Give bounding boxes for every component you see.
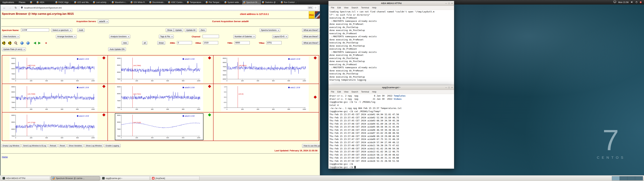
terminal-menu-help[interactable]: Help xyxy=(371,6,378,9)
tags-fits-select[interactable]: Tags & Fits xyxy=(159,35,174,38)
y-min-input[interactable] xyxy=(234,41,250,44)
zero-button[interactable]: Zero xyxy=(199,28,206,32)
status-diamond-red[interactable] xyxy=(102,56,105,59)
send-log-window-to-elog-button[interactable]: Send Log Window to ELog xyxy=(22,144,48,147)
terminal-menu-edit[interactable]: Edit xyxy=(336,6,342,9)
layout-select[interactable]: Layout ID=5 xyxy=(272,35,288,38)
firefox-launcher[interactable] xyxy=(28,0,34,4)
all-button[interactable]: all xyxy=(142,41,147,45)
terminal-output[interactable]: loading Spectrum.tcl > can not find chan… xyxy=(328,10,454,88)
show-variables-button[interactable]: Show Variables xyxy=(67,144,84,147)
status-diamond-green[interactable] xyxy=(208,113,211,116)
show-log-window-button[interactable]: Show Log Window xyxy=(84,144,103,147)
close-x-icon[interactable] xyxy=(44,41,48,45)
panel-window-plot-temperatu[interactable]: Plot Temperatu... xyxy=(204,0,224,4)
sphere-icon[interactable] xyxy=(20,41,24,45)
zoom-indicator[interactable]: 80% xyxy=(308,6,313,9)
taskbar-item-anydesk[interactable]: [AnyDesk] xyxy=(150,176,200,180)
url-bar[interactable]: localhost:8015/Spectrum/Spectrum.tml 80%… xyxy=(19,6,318,10)
terminal-titlebar[interactable]: npg@carme-gsi:~ – □ × xyxy=(328,85,454,90)
update-button[interactable]: Update xyxy=(174,28,183,32)
panel-window-waveform-capt[interactable]: Waveform capt... xyxy=(111,0,130,4)
close-button[interactable]: × xyxy=(451,86,453,89)
panel-window-spectrum-bro[interactable]: Spectrum Bro... xyxy=(242,0,261,4)
status-diamond-red[interactable] xyxy=(208,85,211,88)
spectrum-name-input[interactable] xyxy=(21,28,49,32)
spectrum-plot-aida03[interactable]: 8500800075007000650060000200400600800100… xyxy=(221,57,309,83)
terminal-menu-edit[interactable]: Edit xyxy=(336,90,342,93)
maximize-button[interactable]: □ xyxy=(448,86,450,89)
minimize-button[interactable]: – xyxy=(446,86,446,89)
taskbar-item-spectrum-browser-carme[interactable]: Spectrum Browser @ carme-... xyxy=(51,176,100,180)
status-diamond-red[interactable] xyxy=(314,56,317,59)
x-min-input[interactable] xyxy=(177,41,192,44)
terminal-menu-file[interactable]: File xyxy=(330,6,336,9)
panel-window-fadc-align[interactable]: FADC Align &... xyxy=(54,0,73,4)
what-are-these-button-2[interactable]: What are these? xyxy=(302,35,320,38)
back-button[interactable]: ← xyxy=(2,6,6,10)
reload-button[interactable]: Reload xyxy=(48,144,57,147)
status-diamond-red[interactable] xyxy=(102,113,105,116)
status-diamond-red[interactable] xyxy=(314,96,317,98)
zoom-icon[interactable] xyxy=(14,41,18,45)
what-are-these-button-3[interactable]: What are these? xyxy=(302,41,320,45)
spectrum-plot-aida06[interactable]: 9000850080007500700002004006008001000146… xyxy=(10,85,98,111)
forward-button[interactable]: → xyxy=(8,6,12,10)
anydesk-tray-icon[interactable] xyxy=(640,1,642,3)
show-button[interactable]: Show xyxy=(166,28,174,32)
panel-clock[interactable]: Mon 21:56 xyxy=(618,1,628,4)
panel-window-gsi-white-rabb[interactable]: GSI White Rabb... xyxy=(130,0,148,4)
status-diamond-red[interactable] xyxy=(102,85,105,88)
reload-button[interactable]: ↻ xyxy=(14,6,18,10)
channel-input[interactable] xyxy=(202,35,219,38)
analysis-functions-select[interactable]: Analysis functions xyxy=(109,35,130,38)
terminal-output[interactable]: drwxr-xr-x. 2 npg npg 6 Jan 30 2022 Temp… xyxy=(328,94,454,168)
spectrum-plot-aida11[interactable]: 1.00.50.0-0.5-1.002004006008001000140 (0… xyxy=(221,85,309,111)
terminal-menu-terminal[interactable]: Terminal xyxy=(360,6,370,9)
spectrum-plot-aida01[interactable]: 9000850080007500700002004006008001000146… xyxy=(10,57,98,83)
spectrum-plot-aida02[interactable]: 900085008000750002004006008001000146 (78… xyxy=(115,57,203,83)
workspace-3[interactable] xyxy=(628,176,635,180)
terminal-titlebar[interactable]: AIDA MIDAS HTTPd – □ × xyxy=(328,1,454,6)
panel-window-asic-control[interactable]: ASIC Control @... xyxy=(167,0,186,4)
taskbar-item-aida-midas-httpd[interactable]: AIDA MIDAS HTTPd xyxy=(1,176,50,180)
enable-logging-button[interactable]: Enable Logging xyxy=(104,144,120,147)
places-menu[interactable]: Places xyxy=(16,0,28,4)
power-icon[interactable] xyxy=(636,1,638,4)
panel-window-system-wide-co[interactable]: System wide Co... xyxy=(224,0,242,4)
volume-icon[interactable] xyxy=(631,1,633,4)
terminal-menu-terminal[interactable]: Terminal xyxy=(360,90,370,93)
terminal-menu-search[interactable]: Search xyxy=(350,90,360,93)
update-rate-select[interactable]: Update Rate (4 secs) xyxy=(2,48,26,51)
terminal-menu-help[interactable]: Help xyxy=(371,90,378,93)
taskbar-item-npg-carme-gsi[interactable]: npg@carme-gsi:~ xyxy=(100,176,150,180)
galleries-select[interactable]: Number of Galeries xyxy=(233,35,256,38)
spectrum-plot-aida09[interactable]: 850080007500700002004006008001000146 (73… xyxy=(115,85,203,111)
terminal-menu-file[interactable]: File xyxy=(330,90,336,93)
arrange-functions-select[interactable]: Arrange functions xyxy=(56,35,77,38)
view-functions-select[interactable]: View functions xyxy=(2,35,20,38)
bookmark-star-icon[interactable]: ☆ xyxy=(314,6,317,9)
applications-menu[interactable]: Applications xyxy=(0,0,16,4)
arrow-right-icon[interactable] xyxy=(38,41,42,45)
what-are-these-button-1[interactable]: What are these? xyxy=(302,28,320,32)
sphere-icon[interactable] xyxy=(26,41,30,45)
spectra-functions-select[interactable]: Spectra functions xyxy=(260,28,280,32)
panel-window-led-and-wavef[interactable]: LED and Wavef... xyxy=(73,0,92,4)
status-diamond-red[interactable] xyxy=(208,56,211,59)
radiation-icon[interactable] xyxy=(2,41,6,45)
terminal-menu-view[interactable]: View xyxy=(343,6,350,9)
minimize-button[interactable]: – xyxy=(446,2,446,4)
radiation-icon[interactable] xyxy=(8,41,12,45)
workspace-4[interactable] xyxy=(635,176,643,180)
close-button[interactable]: × xyxy=(451,2,453,4)
acquisition-server-select[interactable]: aida09 xyxy=(98,20,109,23)
panel-window-discriminator[interactable]: Discriminator ... xyxy=(148,0,167,4)
panel-window-statistics-ca[interactable]: Statistics @ ca... xyxy=(261,0,280,4)
workspace-2[interactable] xyxy=(620,176,628,180)
arrow-left-icon[interactable] xyxy=(32,41,36,45)
linear-button[interactable]: linear xyxy=(157,41,165,45)
workspace-1[interactable] xyxy=(612,176,620,180)
panel-window-lost-activity-m[interactable]: Lost activity m... xyxy=(92,0,111,4)
terminal-menu-search[interactable]: Search xyxy=(350,6,360,9)
